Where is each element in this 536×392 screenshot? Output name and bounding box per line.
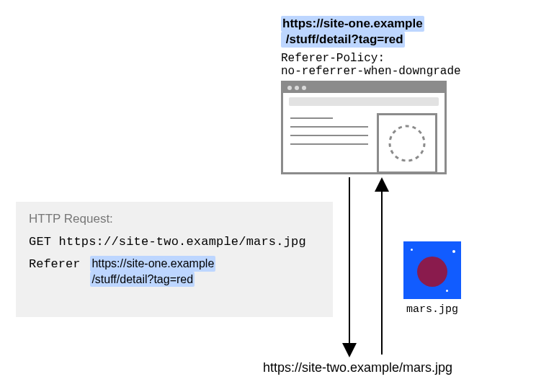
image-filename: mars.jpg: [403, 303, 461, 316]
image-placeholder: [377, 113, 437, 174]
source-page-url: https://site-one.example /stuff/detail?t…: [281, 16, 424, 48]
source-url-origin: https://site-one.example: [281, 16, 424, 32]
referer-path: /stuff/detail?tag=red: [90, 272, 195, 288]
circle-placeholder-icon: [385, 122, 429, 165]
referer-label: Referer: [29, 256, 80, 271]
referrer-policy: Referer-Policy: no-referrer-when-downgra…: [281, 52, 461, 79]
request-line: GET https://site-two.example/mars.jpg: [29, 235, 320, 249]
window-control-dot: [295, 86, 299, 90]
page-text-placeholder: [290, 113, 368, 174]
policy-value: no-referrer-when-downgrade: [281, 65, 461, 78]
browser-titlebar: [283, 83, 445, 93]
mars-image-icon: [403, 241, 461, 299]
target-resource-url: https://site-two.example/mars.jpg: [263, 360, 452, 375]
browser-window: [281, 81, 447, 174]
referer-origin: https://site-one.example: [90, 256, 215, 272]
window-control-dot: [287, 86, 292, 90]
referer-header: Referer https://site-one.example /stuff/…: [29, 256, 320, 287]
planet-shape: [417, 257, 447, 287]
source-url-path: /stuff/detail?tag=red: [281, 32, 405, 48]
window-control-dot: [302, 86, 306, 90]
browser-viewport: [283, 109, 445, 174]
svg-point-0: [390, 126, 424, 161]
resource-image: mars.jpg: [403, 241, 461, 316]
browser-address-bar: [289, 97, 439, 106]
request-title: HTTP Request:: [29, 212, 320, 226]
http-request-card: HTTP Request: GET https://site-two.examp…: [16, 202, 333, 317]
policy-header: Referer-Policy:: [281, 52, 385, 65]
